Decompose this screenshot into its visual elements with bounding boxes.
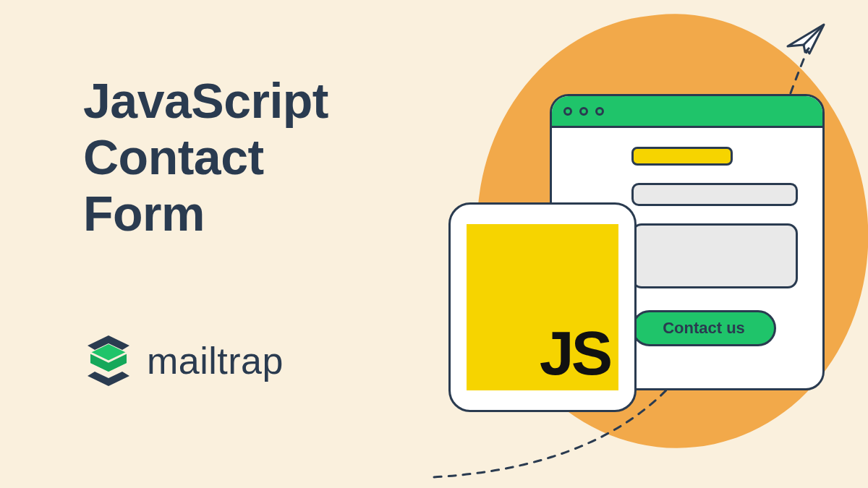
js-badge-icon: JS (467, 224, 618, 390)
form-textarea-placeholder (631, 223, 798, 288)
form-heading-placeholder (631, 147, 733, 166)
form-input-placeholder (631, 183, 798, 206)
js-badge-label: JS (540, 317, 610, 389)
mailtrap-logo-icon (83, 333, 134, 389)
traffic-light-icon (595, 107, 604, 116)
headline-line-3: Form (83, 186, 205, 241)
traffic-light-icon (563, 107, 572, 116)
paper-plane-icon (785, 20, 828, 56)
headline-line-2: Contact (83, 129, 264, 184)
brand-name: mailtrap (147, 339, 284, 382)
contact-us-label: Contact us (663, 319, 745, 338)
brand-block: mailtrap (83, 333, 284, 389)
page-title: JavaScript Contact Form (83, 72, 328, 242)
headline-line-1: JavaScript (83, 73, 328, 128)
traffic-light-icon (579, 107, 588, 116)
js-tile: JS (448, 202, 637, 412)
contact-us-button[interactable]: Contact us (631, 310, 776, 346)
window-titlebar (552, 96, 822, 128)
